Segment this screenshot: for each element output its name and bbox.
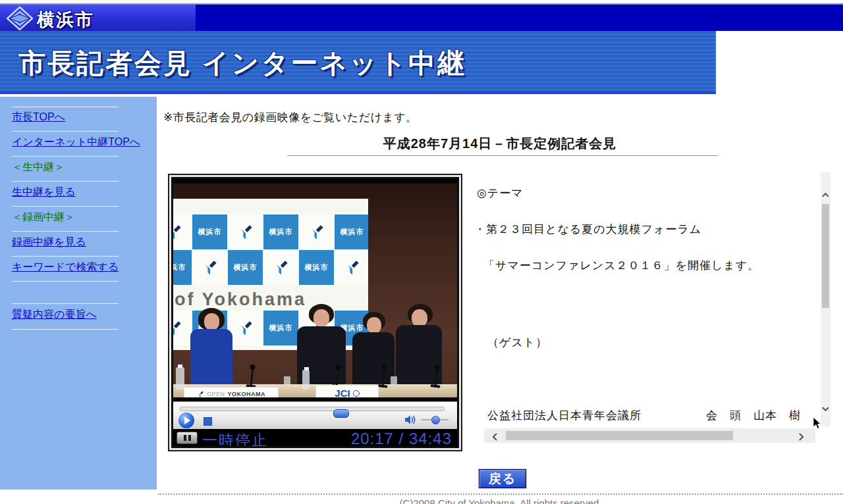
sidebar-heading-live: ＜生中継＞ xyxy=(12,161,65,174)
sign-yokohama-label: YOKOHAMA xyxy=(228,391,266,397)
footer-copyright: (C)2008 City of Yokohama. All rights res… xyxy=(158,497,843,504)
page-title-banner: 市長記者会見 インターネット中継 xyxy=(18,45,466,82)
page-note: ※市長記者会見の録画映像をご覧いただけます。 xyxy=(163,110,418,125)
guest-row: 公益社団法人日本青年会議所 会 頭 山本 樹 xyxy=(487,408,807,424)
page-banner: 市長記者会見 インターネット中継 xyxy=(0,31,716,94)
scroll-left-arrow-icon[interactable] xyxy=(492,432,497,443)
water-bottle xyxy=(302,370,310,390)
person-guest3-head xyxy=(412,309,427,327)
jci-mark-icon xyxy=(353,390,360,397)
top-strip xyxy=(0,0,843,5)
mouse-cursor xyxy=(813,417,822,432)
sidebar-item-watch-live[interactable]: 生中継を見る xyxy=(12,186,76,199)
person-guest2-body xyxy=(352,332,394,388)
sidebar-divider xyxy=(12,231,119,232)
person-mayor-body xyxy=(190,329,232,388)
video-player-inner: 横浜市 横浜市 横浜市 横浜市 横浜市 横浜市 of Yokohama 横浜市 … xyxy=(171,177,459,448)
sidebar-heading-recorded: ＜録画中継＞ xyxy=(12,211,75,224)
vertical-scrollbar[interactable] xyxy=(821,172,830,426)
sidebar-divider xyxy=(12,107,119,107)
scroll-up-arrow-icon[interactable] xyxy=(822,188,829,200)
person-guest2-head xyxy=(367,317,381,334)
conference-title: 平成28年7月14日－市長定例記者会見 xyxy=(163,135,836,153)
backdrop-city-tile: 横浜市 xyxy=(192,214,227,249)
back-button[interactable]: 戻る xyxy=(479,469,526,488)
microphone xyxy=(250,368,254,386)
play-icon xyxy=(184,416,190,424)
backdrop-city-tile: 横浜市 xyxy=(299,250,334,285)
sign-open-label: OPEN xyxy=(207,391,225,397)
site-topbar: 横浜市 xyxy=(0,5,843,31)
backdrop-logo-tile xyxy=(173,311,192,345)
video-player: 横浜市 横浜市 横浜市 横浜市 横浜市 横浜市 of Yokohama 横浜市 … xyxy=(168,174,462,451)
backdrop-logo-tile xyxy=(299,214,334,249)
theme-line1: ・第２３回目となる夏の大規模フォーラム xyxy=(474,222,701,237)
sidebar-divider xyxy=(12,131,119,132)
seek-thumb[interactable] xyxy=(333,409,349,418)
title-rule xyxy=(287,155,718,156)
sidebar-nav: 市長TOPへ インターネット中継TOPへ ＜生中継＞ 生中継を見る ＜録画中継＞… xyxy=(0,97,157,490)
video-display: 横浜市 横浜市 横浜市 横浜市 横浜市 横浜市 of Yokohama 横浜市 … xyxy=(173,179,457,401)
time-display: 20:17 / 34:43 xyxy=(351,430,452,446)
backdrop-logo-tile xyxy=(228,214,263,249)
seek-bar[interactable] xyxy=(180,407,445,411)
horizontal-scrollbar[interactable] xyxy=(484,428,815,443)
vertical-scrollbar-thumb[interactable] xyxy=(822,204,829,308)
topbar-city-section: 横浜市 xyxy=(0,5,196,31)
pause-button[interactable] xyxy=(177,432,198,444)
sidebar-divider xyxy=(12,303,119,304)
person-mayor-head xyxy=(204,313,219,330)
guest-heading: （ゲスト） xyxy=(487,335,547,350)
backdrop-logo-tile xyxy=(228,311,263,345)
yokohama-city-emblem-icon xyxy=(7,7,33,33)
pause-icon xyxy=(188,435,191,441)
horizontal-scrollbar-thumb[interactable] xyxy=(506,431,733,440)
backdrop-city-tile: 横浜市 xyxy=(228,250,263,285)
sidebar-divider xyxy=(12,206,119,207)
sidebar-divider xyxy=(12,156,119,157)
stop-button[interactable] xyxy=(204,417,212,426)
water-glass xyxy=(391,376,397,384)
player-controls xyxy=(173,401,457,430)
y-logo-icon xyxy=(197,391,204,398)
theme-line2: 「サマーコンファレンス２０１６」を開催します。 xyxy=(483,258,759,273)
guest-org: 公益社団法人日本青年会議所 xyxy=(487,408,641,423)
sidebar-item-keyword-search[interactable]: キーワードで検索する xyxy=(12,261,119,274)
backdrop-logo-tile xyxy=(263,250,298,285)
theme-heading: ◎テーマ xyxy=(477,186,524,201)
sidebar-divider xyxy=(12,256,119,257)
playback-status-label: 一時停止 xyxy=(202,430,268,446)
footer-divider xyxy=(158,493,843,495)
play-button[interactable] xyxy=(178,413,194,428)
backdrop-logo-tile xyxy=(335,250,368,285)
video-letterbox xyxy=(173,179,457,184)
water-bottle xyxy=(176,367,184,390)
city-name: 横浜市 xyxy=(37,8,94,32)
backdrop-city-tile: 横浜市 xyxy=(263,214,298,249)
player-status-bar: 一時停止 20:17 / 34:43 xyxy=(173,429,457,446)
sidebar-item-qa-summary[interactable]: 質疑内容の要旨へ xyxy=(12,308,97,321)
sidebar-divider xyxy=(12,281,119,282)
backdrop-caption: of Yokohama xyxy=(175,290,306,310)
sidebar-divider xyxy=(12,329,119,330)
sidebar-item-internet-top[interactable]: インターネット中継TOPへ xyxy=(12,136,140,149)
volume-thumb[interactable] xyxy=(431,416,440,424)
backdrop-logo-tile xyxy=(192,250,227,285)
pause-icon xyxy=(184,435,186,441)
sidebar-divider xyxy=(12,181,119,182)
volume-icon[interactable] xyxy=(405,415,416,427)
backdrop-city-tile: 横浜市 xyxy=(173,250,192,285)
person-guest1-head xyxy=(313,309,329,327)
backdrop-logo-tile xyxy=(173,214,192,249)
backdrop-city-tile: 横浜市 xyxy=(335,214,368,249)
guest-title: 会 頭 山本 樹 xyxy=(706,408,801,423)
water-glass xyxy=(284,376,290,384)
sidebar-item-mayor-top[interactable]: 市長TOPへ xyxy=(12,111,65,124)
scroll-right-arrow-icon[interactable] xyxy=(799,432,804,443)
scroll-down-arrow-icon[interactable] xyxy=(822,403,829,415)
sidebar-item-watch-recorded[interactable]: 録画中継を見る xyxy=(12,236,86,249)
backdrop-city-tile: 横浜市 xyxy=(263,311,298,345)
